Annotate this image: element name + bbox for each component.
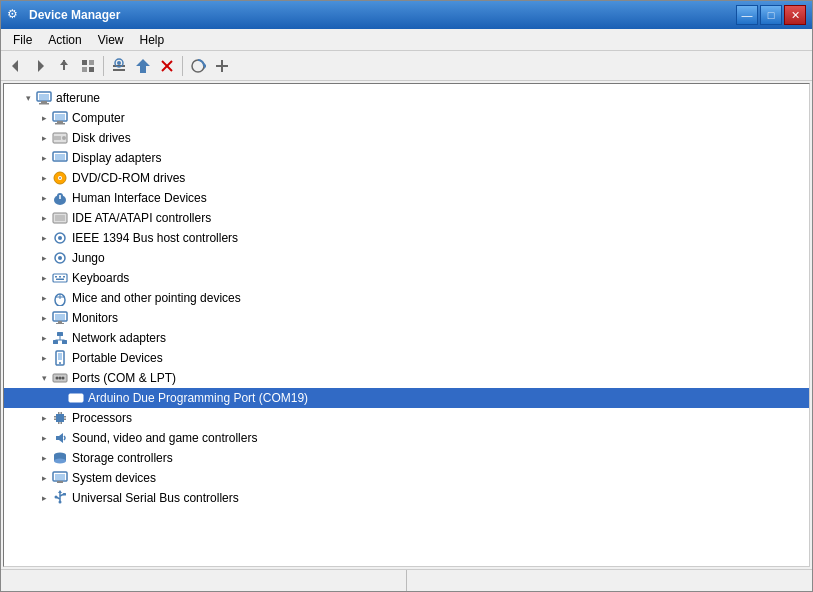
svg-point-85 bbox=[54, 459, 66, 464]
item-toggle[interactable]: ▸ bbox=[36, 150, 52, 166]
item-toggle[interactable]: ▸ bbox=[36, 170, 52, 186]
item-label: IDE ATA/ATAPI controllers bbox=[72, 211, 211, 225]
item-label: Ports (COM & LPT) bbox=[72, 371, 176, 385]
computer-icon bbox=[52, 110, 68, 126]
root-icon bbox=[36, 90, 52, 106]
list-item[interactable]: ▸ Processors bbox=[4, 408, 809, 428]
item-toggle[interactable]: ▸ bbox=[36, 310, 52, 326]
list-item[interactable]: ▸ Storage controllers bbox=[4, 448, 809, 468]
scan-button[interactable] bbox=[187, 55, 209, 77]
list-item[interactable]: ▸ Disk drives bbox=[4, 128, 809, 148]
svg-rect-24 bbox=[55, 114, 65, 120]
status-section-2 bbox=[407, 570, 808, 591]
list-item[interactable]: ▸ DVD/CD-ROM drives bbox=[4, 168, 809, 188]
item-toggle[interactable]: ▸ bbox=[36, 290, 52, 306]
storage-icon bbox=[52, 450, 68, 466]
svg-rect-73 bbox=[56, 414, 64, 422]
item-toggle[interactable]: ▸ bbox=[36, 470, 52, 486]
item-label: Monitors bbox=[72, 311, 118, 325]
list-item[interactable]: ▾ Ports (COM & LPT) bbox=[4, 368, 809, 388]
list-item[interactable]: ▸ Mice and other pointing devices bbox=[4, 288, 809, 308]
svg-rect-8 bbox=[113, 69, 125, 71]
svg-rect-25 bbox=[57, 121, 63, 123]
ide-icon bbox=[52, 210, 68, 226]
svg-marker-0 bbox=[12, 60, 18, 72]
list-item[interactable]: ▸ Universal Serial Bus controllers bbox=[4, 488, 809, 508]
item-toggle[interactable]: ▸ bbox=[36, 110, 52, 126]
menu-help[interactable]: Help bbox=[132, 31, 173, 49]
svg-rect-22 bbox=[39, 103, 49, 105]
uninstall-button[interactable] bbox=[156, 55, 178, 77]
list-item[interactable]: ▸ Monitors bbox=[4, 308, 809, 328]
root-toggle[interactable]: ▾ bbox=[20, 90, 36, 106]
minimize-button[interactable]: — bbox=[736, 5, 758, 25]
svg-point-71 bbox=[75, 397, 78, 400]
svg-rect-79 bbox=[61, 412, 63, 414]
forward-button[interactable] bbox=[29, 55, 51, 77]
menu-bar: File Action View Help bbox=[1, 29, 812, 51]
svg-rect-88 bbox=[57, 481, 63, 483]
add-hardware-button[interactable] bbox=[211, 55, 233, 77]
item-toggle[interactable]: ▸ bbox=[36, 490, 52, 506]
item-toggle[interactable]: ▸ bbox=[36, 350, 52, 366]
menu-view[interactable]: View bbox=[90, 31, 132, 49]
svg-rect-4 bbox=[82, 60, 87, 65]
item-toggle[interactable]: ▸ bbox=[36, 230, 52, 246]
list-item[interactable]: ▸ IDE ATA/ATAPI controllers bbox=[4, 208, 809, 228]
tree-root[interactable]: ▾ afterune bbox=[4, 88, 809, 108]
svg-rect-31 bbox=[55, 154, 65, 160]
display-adapters-icon bbox=[52, 150, 68, 166]
list-item[interactable]: ▸ Computer bbox=[4, 108, 809, 128]
svg-rect-54 bbox=[58, 321, 62, 323]
update-driver-button[interactable] bbox=[132, 55, 154, 77]
list-item[interactable]: ▸ Human Interface Devices bbox=[4, 188, 809, 208]
item-toggle[interactable]: ▸ bbox=[36, 450, 52, 466]
item-toggle[interactable]: ▸ bbox=[36, 250, 52, 266]
properties-button[interactable] bbox=[108, 55, 130, 77]
svg-rect-45 bbox=[55, 276, 57, 278]
item-label: Display adapters bbox=[72, 151, 161, 165]
svg-rect-53 bbox=[55, 314, 65, 320]
hid-icon bbox=[52, 190, 68, 206]
close-button[interactable]: ✕ bbox=[784, 5, 806, 25]
item-toggle[interactable]: ▸ bbox=[36, 330, 52, 346]
list-item[interactable]: ▸ Jungo bbox=[4, 248, 809, 268]
item-toggle[interactable]: ▾ bbox=[36, 370, 52, 386]
up-button[interactable] bbox=[53, 55, 75, 77]
list-item[interactable]: ▸ System devices bbox=[4, 468, 809, 488]
list-item[interactable]: ▸ Portable Devices bbox=[4, 348, 809, 368]
list-item[interactable]: ▸ Keyboards bbox=[4, 268, 809, 288]
device-tree[interactable]: ▾ afterune ▸ Computer ▸ bbox=[4, 84, 809, 566]
item-toggle[interactable]: ▸ bbox=[36, 130, 52, 146]
item-toggle[interactable]: ▸ bbox=[36, 210, 52, 226]
item-label: Human Interface Devices bbox=[72, 191, 207, 205]
menu-file[interactable]: File bbox=[5, 31, 40, 49]
status-bar bbox=[1, 569, 812, 591]
ports-icon bbox=[52, 370, 68, 386]
menu-action[interactable]: Action bbox=[40, 31, 89, 49]
item-label: Processors bbox=[72, 411, 132, 425]
list-item[interactable]: ▸ IEEE 1394 Bus host controllers bbox=[4, 228, 809, 248]
list-item[interactable]: ▸ Sound, video and game controllers bbox=[4, 428, 809, 448]
svg-rect-78 bbox=[58, 412, 60, 414]
maximize-button[interactable]: □ bbox=[760, 5, 782, 25]
list-item[interactable]: ▸ Display adapters bbox=[4, 148, 809, 168]
back-button[interactable] bbox=[5, 55, 27, 77]
item-toggle[interactable]: ▸ bbox=[36, 410, 52, 426]
list-item[interactable]: Arduino Due Programming Port (COM19) bbox=[4, 388, 809, 408]
list-item[interactable]: ▸ Network adapters bbox=[4, 328, 809, 348]
item-label: Keyboards bbox=[72, 271, 129, 285]
svg-marker-12 bbox=[136, 59, 150, 73]
item-toggle[interactable]: ▸ bbox=[36, 270, 52, 286]
processors-icon bbox=[52, 410, 68, 426]
svg-rect-48 bbox=[56, 279, 64, 281]
item-toggle[interactable]: ▸ bbox=[36, 190, 52, 206]
show-hide-button[interactable] bbox=[77, 55, 99, 77]
item-toggle[interactable]: ▸ bbox=[36, 430, 52, 446]
window-icon: ⚙ bbox=[7, 7, 23, 23]
ieee-icon bbox=[52, 230, 68, 246]
svg-point-28 bbox=[62, 136, 66, 140]
svg-point-67 bbox=[59, 377, 62, 380]
item-label: Network adapters bbox=[72, 331, 166, 345]
item-toggle[interactable] bbox=[52, 390, 68, 406]
